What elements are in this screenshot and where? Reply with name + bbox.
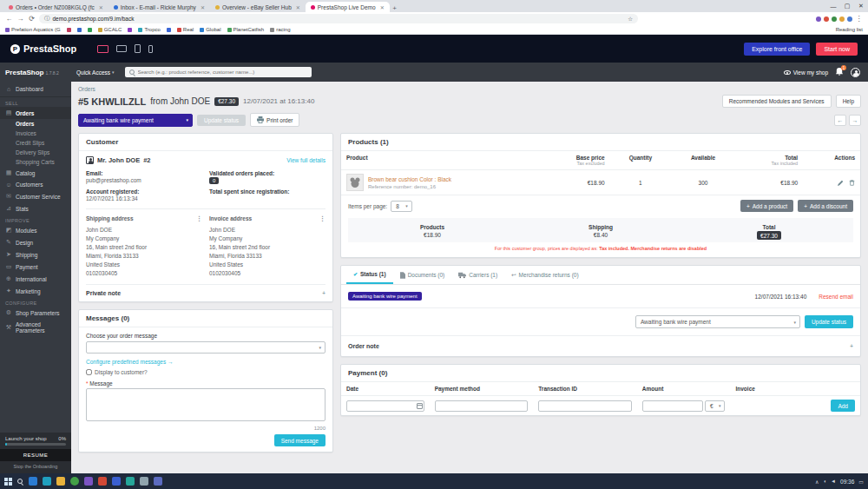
taskbar-app-icon[interactable] [154,477,162,486]
edit-icon[interactable] [838,180,844,186]
update-status-button-top[interactable]: Update status [197,115,246,126]
extension-icon[interactable] [839,17,845,22]
bookmark-item[interactable]: Global [200,27,220,32]
status-update-select[interactable]: Awaiting bank wire payment [635,315,800,328]
tab-documents[interactable]: Documents (0) [393,266,452,284]
tab-close-icon[interactable]: ✕ [201,4,205,10]
browser-tab[interactable]: Overview - eBay Seller Hub ✕ [210,2,306,12]
tab-close-icon[interactable]: ✕ [296,4,300,10]
sidebar-item-customers[interactable]: ☺ Customers [0,179,71,190]
bookmark-star-icon[interactable]: ☆ [628,16,633,23]
customer-email-link[interactable]: pub@prestashop.com [86,177,202,183]
tab-close-icon[interactable]: ✕ [99,4,103,10]
add-product-button[interactable]: + Add a product [740,200,793,212]
sidebar-item-dashboard[interactable]: ⌂ Dashboard [0,82,71,97]
window-close-button[interactable]: ✕ [854,0,868,12]
extension-icon[interactable] [824,17,829,22]
bookmark-item[interactable]: PlanetCatfish [227,27,265,32]
sidebar-item-shipping[interactable]: ➤ Shipping [0,248,71,261]
sidebar-item-orders[interactable]: ▤ Orders [0,107,71,119]
clock[interactable]: 09:36 [840,479,854,485]
send-message-button[interactable]: Send message [274,434,326,446]
delete-icon[interactable] [849,180,855,186]
currency-select[interactable]: € [705,400,726,412]
payment-method-input[interactable] [435,400,529,412]
sidebar-subitem-shopping-carts[interactable]: Shopping Carts [0,157,71,167]
taskbar-app-icon[interactable] [140,477,148,486]
bookmark-item[interactable]: racing [270,27,290,32]
mobile-preview-icon[interactable] [148,45,153,53]
volume-icon[interactable]: ◄ [831,479,836,484]
window-minimize-button[interactable]: — [826,0,840,12]
tab-close-icon[interactable]: ✕ [380,4,385,10]
sidebar-item-stats[interactable]: ⊿ Stats [0,202,71,215]
print-order-button[interactable]: Print order [250,113,299,127]
bookmark-favicon[interactable] [67,28,71,32]
explore-front-office-button[interactable]: Explore front office [744,43,810,56]
calendar-icon[interactable] [417,403,423,409]
add-payment-button[interactable]: Add [831,400,855,412]
items-per-page-select[interactable]: 8 [391,201,412,212]
private-note-expand-icon[interactable]: + [322,290,326,296]
desktop-preview-icon[interactable] [97,45,108,53]
sidebar-subitem-delivery-slips[interactable]: Delivery Slips [0,148,71,157]
start-now-button[interactable]: Start now [816,43,858,56]
order-note-expand-icon[interactable]: + [850,343,853,349]
view-my-shop-link[interactable]: View my shop [784,69,828,76]
sidebar-item-advanced-parameters[interactable]: ⚒ Advanced Parameters [0,319,71,336]
bookmark-favicon[interactable] [167,28,171,32]
taskbar-search-icon[interactable] [17,479,23,485]
order-status-select[interactable]: Awaiting bank wire payment [78,114,193,127]
transaction-id-input[interactable] [538,400,632,412]
sidebar-item-design[interactable]: ✎ Design [0,236,71,248]
taskbar-app-icon[interactable] [126,477,135,486]
onboarding-stop-link[interactable]: Stop the Onboarding [0,461,71,473]
bookmark-item[interactable]: GCALC [98,27,122,32]
invoice-address-menu-icon[interactable]: ⋮ [319,215,326,224]
profile-avatar[interactable] [847,17,852,22]
sidebar-item-modules[interactable]: ◩ Modules [0,224,71,236]
tab-merchandise-returns[interactable]: ↩ Merchandise returns (0) [504,266,585,284]
sidebar-subitem-orders[interactable]: Orders [0,119,71,129]
taskbar-app-icon[interactable] [84,477,93,486]
start-menu-icon[interactable] [4,478,12,486]
sidebar-subitem-credit-slips[interactable]: Credit Slips [0,138,71,148]
notification-center-icon[interactable]: ▭ [858,479,864,485]
extension-icon[interactable] [816,17,821,22]
bookmark-favicon[interactable] [88,28,92,32]
taskbar-app-icon[interactable] [112,477,121,486]
recommended-modules-button[interactable]: Recommended Modules and Services [722,95,832,108]
sidebar-item-catalog[interactable]: ▦ Catalog [0,167,71,179]
bookmark-item[interactable]: Real [177,27,194,32]
configure-messages-link[interactable]: Configure predefined messages → [86,359,326,365]
taskbar-app-icon[interactable] [98,477,107,486]
window-maximize-button[interactable]: ▢ [840,0,854,12]
taskbar-browser-icon[interactable] [70,477,79,486]
sidebar-item-marketing[interactable]: ✦ Marketing [0,285,71,297]
amount-input[interactable] [642,400,703,412]
message-textarea[interactable] [86,388,326,421]
forward-icon[interactable]: → [16,15,24,23]
sidebar-item-customer-service[interactable]: ✉ Customer Service [0,190,71,202]
sidebar-item-international[interactable]: ⊕ International [0,273,71,285]
resend-email-link[interactable]: Resend email [819,294,853,300]
tablet-preview-icon[interactable] [135,44,141,53]
update-status-button[interactable]: Update status [805,315,853,328]
bookmark-favicon[interactable] [77,28,82,32]
payment-date-input[interactable] [346,400,424,412]
browser-tab[interactable]: Orders • Order NZ008KGLQ (fc ✕ [3,2,108,12]
tab-carriers[interactable]: Carriers (1) [451,266,504,284]
order-message-select[interactable] [86,341,326,354]
sidebar-subitem-invoices[interactable]: Invoices [0,129,71,138]
bookmark-item[interactable]: Prefation Aquatics (G [5,27,61,32]
tab-status[interactable]: ✔ Status (1) [346,266,393,284]
next-order-button[interactable]: → [849,115,861,126]
new-tab-button[interactable]: + [390,4,400,12]
breadcrumb[interactable]: Orders [78,86,861,92]
tray-expand-icon[interactable]: ∧ [815,479,819,485]
view-full-details-link[interactable]: View full details [286,157,326,163]
onboarding-resume-button[interactable]: RESUME [0,449,71,461]
browser-tab[interactable]: Inbox - E-mail - Rickie Murphy ✕ [108,2,210,12]
notifications-button[interactable]: 1 [836,68,843,76]
product-name-link[interactable]: Brown bear cushion Color : Black [368,176,451,182]
